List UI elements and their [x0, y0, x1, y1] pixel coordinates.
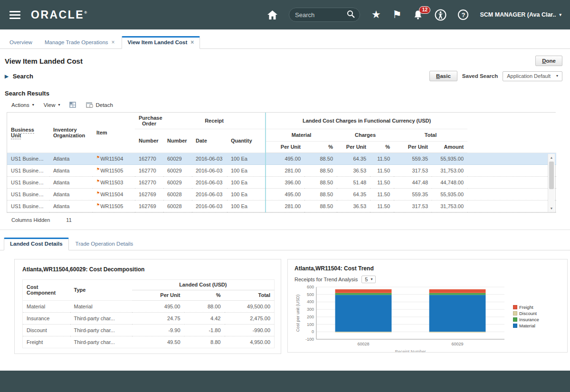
col-header-quantity[interactable]: Quantity — [227, 129, 266, 153]
tab-view-item-landed-cost[interactable]: View Item Landed Cost × — [122, 36, 200, 49]
table-row[interactable]: Insurance Third-party char... 24.75 4.42… — [23, 312, 275, 324]
cell-item: ⚑WR11504 — [93, 153, 135, 164]
cell-receipt-number: 60029 — [163, 153, 192, 164]
close-icon[interactable]: × — [112, 39, 115, 45]
scrollbar-thumb[interactable] — [549, 162, 554, 189]
col-header-inventory-organization[interactable]: Inventory Organization — [49, 113, 93, 153]
view-label: View — [44, 102, 56, 108]
table-row[interactable]: Freight Third-party char... 49.50 8.80 4… — [23, 336, 275, 348]
svg-text:0: 0 — [312, 329, 314, 334]
table-row[interactable]: US1 Business ... Atlanta ⚑WR11503 162770… — [7, 176, 556, 188]
favorites-star-icon[interactable]: ★ — [371, 10, 381, 20]
cell-material-per-unit: 396.00 — [266, 176, 304, 188]
col-header-charges-per-unit[interactable]: Per Unit — [337, 141, 370, 153]
table-row[interactable]: US1 Business ... Atlanta ⚑WR11505 162769… — [7, 200, 556, 212]
cell-business-unit: US1 Business ... — [7, 153, 49, 164]
col-group-total: Total — [394, 129, 467, 141]
cell-total-amount: 31,753.00 — [432, 200, 467, 212]
table-row[interactable]: Material Material 495.00 88.00 49,500.00 — [23, 300, 275, 312]
hamburger-menu-icon[interactable] — [9, 8, 21, 22]
col-header-charges-pct[interactable]: % — [370, 141, 394, 153]
col-header-total[interactable]: Total — [225, 290, 275, 300]
user-menu[interactable]: SCM MANAGER (Ava Clar.. ▾ — [480, 11, 561, 18]
global-search[interactable] — [289, 8, 360, 22]
notifications-bell-icon[interactable]: 12 — [413, 10, 423, 20]
search-icon[interactable] — [347, 10, 355, 20]
cell-inventory-organization: Atlanta — [49, 200, 93, 212]
detach-button[interactable]: Detach — [86, 102, 113, 108]
col-header-total-amount[interactable]: Amount — [432, 141, 467, 153]
col-header-percent[interactable]: % — [184, 290, 225, 300]
col-header-per-unit[interactable]: Per Unit — [132, 290, 184, 300]
expander-arrow-icon: ▶ — [5, 74, 9, 79]
saved-search-label: Saved Search — [462, 73, 498, 79]
col-header-material-pct[interactable]: % — [304, 141, 337, 153]
cell-material-per-unit: 495.00 — [266, 188, 304, 200]
cell-quantity: 100 Ea — [227, 200, 266, 212]
col-header-total-per-unit[interactable]: Per Unit — [394, 141, 432, 153]
svg-text:60028: 60028 — [357, 342, 369, 346]
scroll-up-icon[interactable]: ▲ — [548, 154, 555, 161]
cell-charges-per-unit: 64.35 — [337, 153, 370, 164]
item-value: WR11504 — [100, 156, 123, 162]
col-header-date[interactable]: Date — [192, 129, 227, 153]
chevron-down-icon: ▾ — [58, 103, 60, 107]
tab-overview[interactable]: Overview — [4, 37, 38, 48]
search-expander-label: Search — [13, 73, 33, 80]
cell-po-number: 162770 — [135, 153, 163, 164]
cost-decomposition-title: Atlanta,WR11504,60029: Cost Decompositio… — [22, 266, 273, 273]
done-button[interactable]: Done — [535, 56, 562, 66]
col-header-business-unit[interactable]: Business Unit — [7, 113, 49, 153]
cell-business-unit: US1 Business ... — [7, 188, 49, 200]
svg-text:400: 400 — [307, 299, 314, 304]
col-header-type[interactable]: Type — [70, 279, 132, 300]
cell-quantity: 100 Ea — [227, 188, 266, 200]
col-header-receipt-number[interactable]: Number — [163, 129, 192, 153]
cell-date: 2016-06-03 — [192, 164, 227, 176]
vertical-scrollbar[interactable]: ▲ ▼ — [548, 154, 555, 212]
cell-charges-per-unit: 64.35 — [337, 188, 370, 200]
actions-menu[interactable]: Actions ▾ — [11, 102, 34, 108]
main-tabbar: Overview Manage Trade Operations × View … — [0, 29, 570, 49]
col-header-po-number[interactable]: Number — [135, 129, 163, 153]
close-icon[interactable]: × — [190, 39, 194, 45]
view-menu[interactable]: View ▾ — [44, 102, 60, 108]
help-icon[interactable]: ? — [458, 10, 468, 20]
main-content: Overview Manage Trade Operations × View … — [0, 29, 570, 371]
receipts-count-select[interactable]: 5 ▾ — [361, 276, 376, 283]
search-input[interactable] — [294, 11, 344, 19]
search-expander[interactable]: ▶ Search — [5, 73, 33, 80]
saved-search-select[interactable]: Application Default ▾ — [503, 71, 562, 81]
cell-receipt-number: 60029 — [163, 176, 192, 188]
col-header-item[interactable]: Item — [93, 113, 135, 153]
legend-swatch — [513, 317, 517, 322]
accessibility-icon[interactable] — [435, 9, 446, 21]
col-header-material-per-unit[interactable]: Per Unit — [266, 141, 304, 153]
chevron-down-icon: ▾ — [559, 13, 561, 17]
notification-badge: 12 — [419, 6, 430, 14]
tab-landed-cost-details[interactable]: Landed Cost Details — [4, 238, 69, 250]
table-row[interactable]: US1 Business ... Atlanta ⚑WR11504 162769… — [7, 188, 556, 200]
cell-po-number: 162770 — [135, 164, 163, 176]
tab-label: Landed Cost Details — [10, 241, 63, 247]
table-row[interactable]: US1 Business ... Atlanta ⚑WR11504 162770… — [7, 153, 556, 164]
cell-filler — [467, 188, 556, 200]
svg-text:300: 300 — [307, 307, 314, 312]
table-row[interactable]: US1 Business ... Atlanta ⚑WR11505 162770… — [7, 164, 556, 176]
watchlist-flag-icon[interactable]: ⚑ — [392, 10, 402, 20]
table-row[interactable]: Discount Third-party char... -9.90 -1.80… — [23, 324, 275, 336]
detach-label: Detach — [95, 102, 113, 108]
freeze-icon[interactable] — [69, 102, 76, 108]
home-icon[interactable] — [267, 10, 277, 19]
basic-button[interactable]: Basic — [429, 71, 457, 81]
cell-type: Third-party char... — [70, 324, 132, 336]
cell-total: -990.00 — [225, 324, 275, 336]
scroll-down-icon[interactable]: ▼ — [548, 205, 555, 212]
tab-trade-operation-details[interactable]: Trade Operation Details — [70, 238, 139, 250]
cell-total-amount: 44,748.00 — [432, 176, 467, 188]
cost-trend-title: Atlanta,WR11504: Cost Trend — [294, 265, 560, 272]
cell-quantity: 100 Ea — [227, 176, 266, 188]
tab-manage-trade-operations[interactable]: Manage Trade Operations × — [39, 37, 121, 48]
global-footer — [0, 371, 570, 392]
col-header-cost-component[interactable]: Cost Component — [23, 279, 70, 300]
